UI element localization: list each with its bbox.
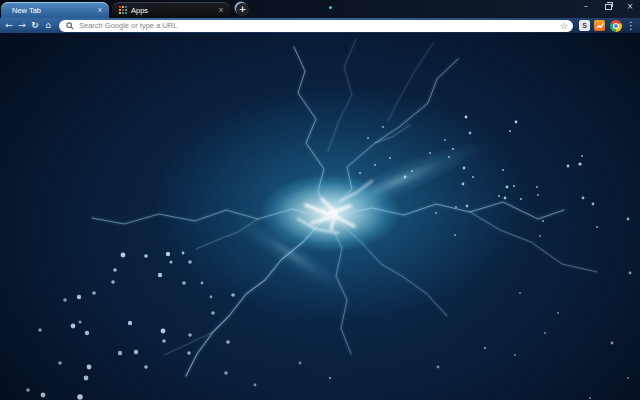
omnibox[interactable]: ☆ <box>59 20 573 32</box>
maximize-button[interactable] <box>601 1 615 13</box>
search-icon <box>66 22 74 30</box>
new-tab-button[interactable]: + <box>236 3 249 16</box>
tab-new-tab[interactable]: New Tab × <box>1 2 109 18</box>
apps-favicon-icon <box>119 6 127 14</box>
back-button[interactable]: ← <box>3 18 15 33</box>
extension-trend-button[interactable] <box>594 20 605 31</box>
close-tab-icon[interactable]: × <box>95 2 105 18</box>
close-tab-icon[interactable]: × <box>216 2 226 18</box>
browser-window: New Tab × Apps × + – × ← → ↻ ⌂ ☆ <box>0 0 640 400</box>
tab-strip: New Tab × Apps × + – × <box>0 0 640 18</box>
close-window-button[interactable]: × <box>623 1 637 13</box>
extension-area: S ⋮ <box>579 18 634 33</box>
forward-button[interactable]: → <box>16 18 28 33</box>
trend-icon <box>596 22 604 30</box>
lightning-svg <box>0 33 640 400</box>
tab-label: New Tab <box>12 6 95 15</box>
restore-icon <box>605 4 612 10</box>
bookmark-star-icon[interactable]: ☆ <box>560 20 568 32</box>
tab-apps[interactable]: Apps × <box>112 2 230 18</box>
browser-menu-button[interactable]: ⋮ <box>626 18 634 33</box>
address-input[interactable] <box>79 21 556 30</box>
new-tab-page-wallpaper <box>0 33 640 400</box>
minimize-button[interactable]: – <box>579 1 593 13</box>
window-controls: – × <box>571 1 637 13</box>
bolts-layer <box>92 39 597 376</box>
theme-particle-dot <box>329 6 332 9</box>
reload-button[interactable]: ↻ <box>29 18 41 33</box>
tab-label: Apps <box>131 6 216 15</box>
extension-s-button[interactable]: S <box>579 20 590 31</box>
chrome-logo-icon[interactable] <box>610 20 622 32</box>
home-button[interactable]: ⌂ <box>42 18 54 33</box>
particles-layer <box>26 116 631 400</box>
navigation-toolbar: ← → ↻ ⌂ ☆ S ⋮ <box>0 18 640 33</box>
